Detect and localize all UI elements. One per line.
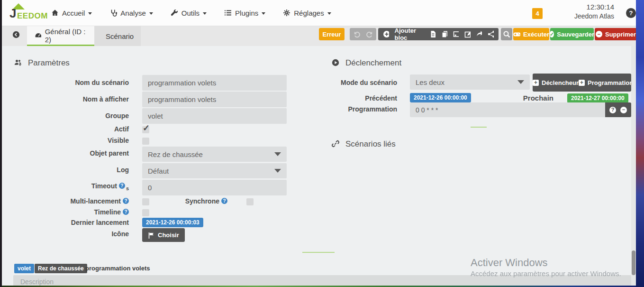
execute-button[interactable]: Exécuter xyxy=(513,28,549,40)
add-declencheur-button[interactable]: + Déclencheur xyxy=(533,79,579,86)
chevron-down-icon xyxy=(149,12,153,15)
label-actif: Actif xyxy=(14,125,129,133)
label-nom-afficher: Nom à afficher xyxy=(14,95,129,103)
edit-icon[interactable] xyxy=(464,30,471,38)
caret-down-icon xyxy=(274,152,281,156)
error-button[interactable]: Erreur xyxy=(319,28,345,40)
tab-scenario[interactable]: Scénario xyxy=(94,26,141,46)
synchrone-checkbox[interactable] xyxy=(246,198,254,205)
actif-checkbox[interactable]: ✓ xyxy=(142,126,149,133)
label-dernier-lancement: Dernier lancement xyxy=(14,219,129,226)
help-icon[interactable]: ? xyxy=(626,8,636,18)
system-name: Jeedom Atlas xyxy=(547,12,614,20)
top-navbar: J EEDOM Accueil Analyse Outils Plugins xyxy=(2,0,636,26)
timeline-checkbox[interactable] xyxy=(142,209,149,216)
groupe-input[interactable] xyxy=(142,108,287,124)
dernier-lancement-badge: 2021-12-26 00:00:03 xyxy=(142,218,203,227)
plus-circle-icon[interactable] xyxy=(383,30,389,38)
menu-item-plugins[interactable]: Plugins xyxy=(224,9,265,17)
export-icon[interactable] xyxy=(476,30,482,38)
help-icon[interactable]: ? xyxy=(119,183,125,189)
cron-help-icon[interactable]: ? xyxy=(609,107,616,113)
gauge-icon xyxy=(35,32,41,39)
programmation-input[interactable] xyxy=(410,102,631,117)
objet-parent-select[interactable]: Rez de chaussée xyxy=(142,147,287,162)
notification-badge[interactable]: 4 xyxy=(532,8,543,19)
caret-down-icon xyxy=(274,169,281,173)
caret-down-icon xyxy=(517,80,524,84)
remove-schedule-icon[interactable]: − xyxy=(620,107,627,113)
label-text: Timeline xyxy=(94,208,121,216)
window-left-edge xyxy=(0,0,2,287)
menu-label: Analyse xyxy=(120,9,145,17)
share-nodes-icon[interactable] xyxy=(488,30,494,38)
nom-scenario-input[interactable] xyxy=(142,75,287,91)
green-divider xyxy=(471,127,487,128)
link-icon xyxy=(332,140,341,149)
save-button[interactable]: ✓ Sauvegarder xyxy=(550,28,594,40)
wrench-icon xyxy=(171,9,178,17)
stethoscope-icon xyxy=(109,9,117,17)
log-select[interactable]: Défaut xyxy=(142,163,287,178)
tab-general[interactable]: Général (ID : 2) xyxy=(27,26,94,46)
timeout-input[interactable] xyxy=(142,180,287,195)
section-title-text: Déclenchement xyxy=(345,58,401,68)
home-icon xyxy=(51,9,59,17)
choisir-icone-button[interactable]: Choisir xyxy=(142,228,185,242)
execute-label: Exécuter xyxy=(523,31,549,38)
plus-square-icon: + xyxy=(533,80,539,86)
label-groupe: Groupe xyxy=(14,112,129,120)
desktop-background-strip xyxy=(636,0,644,287)
mode-scenario-select[interactable]: Les deux xyxy=(410,74,530,90)
snapshot-icon[interactable] xyxy=(453,30,459,38)
template-icon[interactable] xyxy=(429,30,435,38)
select-value: Défaut xyxy=(148,167,169,175)
label-prochain: Prochain xyxy=(492,94,553,102)
help-icon[interactable]: ? xyxy=(123,209,129,215)
delete-label: Supprimer xyxy=(605,31,636,38)
check-circle-icon: ✓ xyxy=(550,31,554,37)
minus-circle-icon: − xyxy=(596,31,602,37)
gear-icon xyxy=(283,9,290,17)
clock-block: 12:30:14 Jeedom Atlas xyxy=(547,3,614,20)
multi-lancement-checkbox[interactable] xyxy=(142,198,149,205)
menu-label: Outils xyxy=(181,9,200,17)
programmation-actions: ? − xyxy=(605,102,631,117)
main-menu: Accueil Analyse Outils Plugins Réglages xyxy=(51,0,349,26)
tasks-icon xyxy=(224,9,232,17)
add-block-button[interactable]: Ajouter bloc xyxy=(395,27,423,41)
chevron-down-icon xyxy=(203,12,207,15)
windows-watermark-subtitle: Accédez aux paramètres pour activer Wind… xyxy=(471,269,621,278)
prochain-badge: 2021-12-27 00:00:00 xyxy=(567,93,628,103)
undo-icon[interactable] xyxy=(354,31,361,38)
group-tag: volet xyxy=(14,264,34,273)
copy-icon[interactable] xyxy=(441,30,447,38)
redo-icon[interactable] xyxy=(365,31,372,38)
menu-item-analyse[interactable]: Analyse xyxy=(109,9,153,17)
nom-afficher-input[interactable] xyxy=(142,92,287,107)
label-precedent: Précédent xyxy=(302,94,397,102)
help-icon[interactable]: ? xyxy=(221,198,227,204)
chevron-down-icon xyxy=(88,12,92,15)
chevron-down-icon xyxy=(327,12,331,15)
menu-item-reglages[interactable]: Réglages xyxy=(283,9,331,17)
search-icon xyxy=(503,30,510,38)
menu-item-accueil[interactable]: Accueil xyxy=(51,9,92,17)
label-visible: Visible xyxy=(14,137,129,144)
visible-checkbox[interactable] xyxy=(142,138,149,145)
back-icon[interactable] xyxy=(12,31,23,41)
windows-watermark-title: Activer Windows xyxy=(471,257,548,269)
menu-item-outils[interactable]: Outils xyxy=(171,9,207,17)
scrollbar-thumb[interactable] xyxy=(632,250,635,275)
search-button[interactable] xyxy=(501,28,512,40)
delete-button[interactable]: − Supprimer xyxy=(595,28,637,40)
button-label: Déclencheur xyxy=(542,79,579,86)
jeedom-scenario-page: J EEDOM Accueil Analyse Outils Plugins xyxy=(0,0,644,287)
block-actions-group: Ajouter bloc xyxy=(378,28,499,40)
help-icon[interactable]: ? xyxy=(123,198,129,204)
add-programmation-button[interactable]: + Programmation xyxy=(579,79,633,86)
label-synchrone: Synchrone? xyxy=(166,197,227,205)
linked-scenarios-title: Scénarios liés xyxy=(332,139,396,149)
logo-text: EEDOM xyxy=(17,11,48,21)
jeedom-logo[interactable]: J EEDOM xyxy=(9,3,52,23)
